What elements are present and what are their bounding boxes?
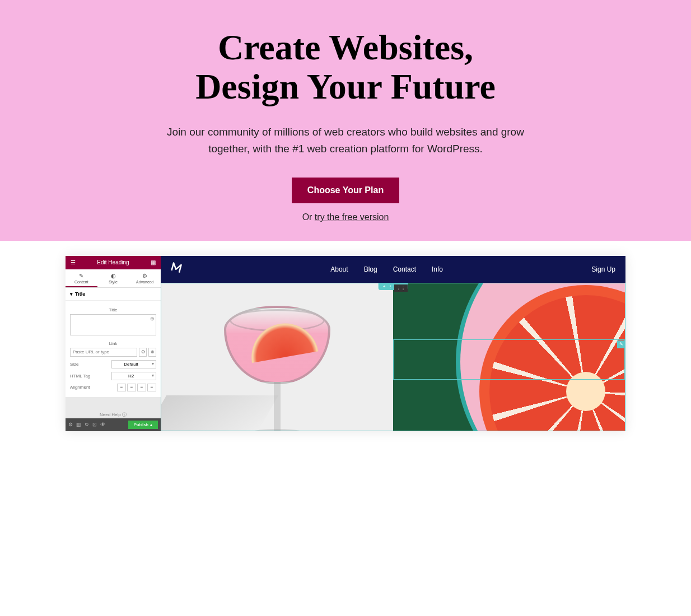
preview-logo[interactable]: [171, 262, 182, 277]
preview-icon[interactable]: 👁: [100, 422, 105, 427]
tab-style[interactable]: ◐ Style: [97, 269, 129, 287]
preview-area: About Blog Contact Info Sign Up + ⋮⋮ ✕: [161, 256, 625, 431]
edit-element-icon[interactable]: ✎: [617, 340, 625, 348]
need-help-link[interactable]: Need Help ⓘ: [100, 412, 127, 417]
editor-screenshot: ☰ Edit Heading ▦ ✎ Content ◐ Style ⚙ Adv…: [66, 256, 625, 431]
align-justify-button[interactable]: ≡: [147, 384, 156, 391]
size-select[interactable]: Default: [111, 360, 156, 368]
link-options-icon[interactable]: ⚙: [139, 348, 147, 357]
tab-content-label: Content: [74, 280, 88, 284]
try-free-link[interactable]: try the free version: [315, 212, 389, 222]
size-label: Size: [70, 362, 79, 367]
nav-contact[interactable]: Contact: [393, 265, 416, 273]
pencil-icon: ✎: [66, 273, 97, 279]
caret-down-icon: ▾: [70, 291, 73, 297]
htmltag-select[interactable]: H2: [111, 372, 156, 380]
link-field-label: Link: [70, 341, 156, 346]
panel-body: Title ⊕ Link ⚙ ⊕ Size Default HTML Tag: [66, 301, 161, 397]
hero-heading-line1: Create Websites,: [218, 27, 473, 67]
widget-drag-handle[interactable]: ⋮⋮: [394, 284, 408, 292]
nav-signup[interactable]: Sign Up: [591, 265, 615, 273]
choose-plan-button[interactable]: Choose Your Plan: [292, 178, 399, 203]
cta-or-text: Or: [302, 212, 315, 222]
htmltag-label: HTML Tag: [70, 374, 90, 379]
tab-advanced-label: Advanced: [136, 280, 153, 284]
editor-sidebar: ☰ Edit Heading ▦ ✎ Content ◐ Style ⚙ Adv…: [66, 256, 161, 431]
history-icon[interactable]: ↻: [85, 422, 89, 427]
align-right-button[interactable]: ≡: [137, 384, 146, 391]
responsive-icon[interactable]: ⊡: [92, 422, 97, 427]
hero-subheading: Join our community of millions of web cr…: [166, 124, 525, 158]
hamburger-icon[interactable]: ☰: [69, 259, 77, 267]
nav-about[interactable]: About: [330, 265, 348, 273]
title-accordion[interactable]: ▾ Title: [66, 288, 161, 301]
help-icon: ⓘ: [122, 412, 127, 417]
hero-heading: Create Websites, Design Your Future: [0, 28, 691, 107]
navigator-icon[interactable]: ▥: [76, 422, 81, 427]
sidebar-title: Edit Heading: [97, 259, 129, 265]
link-input[interactable]: [70, 348, 137, 357]
preview-navbar: About Blog Contact Info Sign Up: [161, 256, 625, 283]
hero-section: Create Websites, Design Your Future Join…: [0, 0, 691, 431]
style-icon: ◐: [97, 273, 129, 279]
tab-content[interactable]: ✎ Content: [66, 269, 97, 287]
publish-button[interactable]: Publish▴: [128, 421, 158, 429]
sidebar-spacer: Need Help ⓘ: [66, 397, 161, 418]
preview-canvas[interactable]: + ⋮⋮ ✕ ⋮⋮: [161, 283, 625, 431]
dynamic-tag-icon[interactable]: ⊕: [150, 316, 155, 321]
link-dynamic-icon[interactable]: ⊕: [148, 348, 156, 357]
canvas-left-column[interactable]: [161, 283, 393, 431]
settings-icon[interactable]: ⚙: [68, 422, 73, 427]
preview-nav-links: About Blog Contact Info: [330, 265, 443, 273]
element-selection-outline: [393, 339, 625, 380]
gear-icon: ⚙: [129, 273, 161, 279]
alignment-buttons: ≡ ≡ ≡ ≡: [117, 384, 156, 391]
sidebar-header: ☰ Edit Heading ▦: [66, 256, 161, 269]
sidebar-tabs: ✎ Content ◐ Style ⚙ Advanced: [66, 269, 161, 288]
accordion-label: Title: [75, 291, 85, 297]
sidebar-footer: ⚙ ▥ ↻ ⊡ 👁 Publish▴: [66, 418, 161, 431]
widgets-grid-icon[interactable]: ▦: [150, 259, 157, 267]
chevron-up-icon: ▴: [150, 422, 152, 427]
nav-blog[interactable]: Blog: [364, 265, 377, 273]
tab-style-label: Style: [109, 280, 118, 284]
tab-advanced[interactable]: ⚙ Advanced: [129, 269, 161, 287]
cta-subtext: Or try the free version: [0, 212, 691, 222]
align-center-button[interactable]: ≡: [127, 384, 136, 391]
canvas-right-column[interactable]: ⋮⋮ ✎: [393, 283, 625, 431]
title-textarea[interactable]: [70, 314, 156, 335]
title-field-label: Title: [70, 307, 156, 312]
nav-info[interactable]: Info: [432, 265, 443, 273]
align-left-button[interactable]: ≡: [117, 384, 126, 391]
alignment-label: Alignment: [70, 385, 90, 390]
hero-heading-line2: Design Your Future: [195, 67, 496, 106]
cocktail-illustration: [224, 306, 330, 431]
